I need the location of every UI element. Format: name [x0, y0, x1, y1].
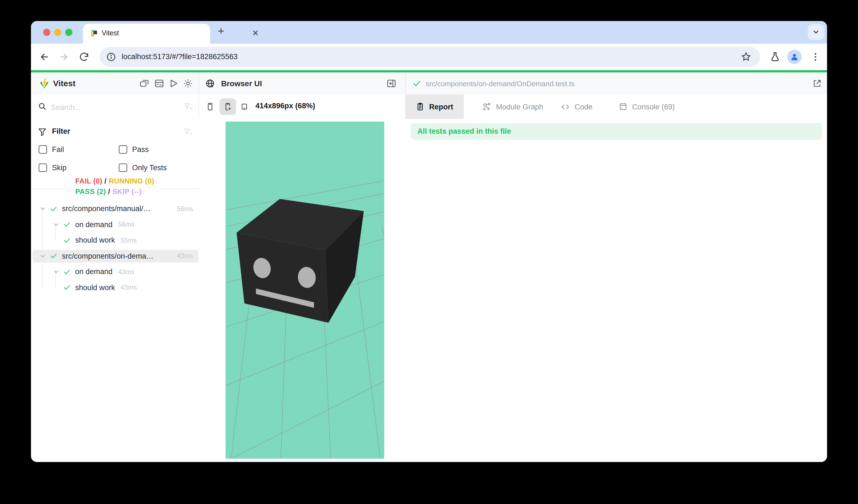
device-small-button[interactable]: [236, 98, 253, 115]
fail-count: FAIL (0): [75, 177, 102, 185]
chevron-down-icon[interactable]: [51, 220, 61, 229]
viewport-toolbar: 414x896px (68%): [198, 95, 406, 119]
progress-bar: [31, 70, 827, 72]
filter-option-only-tests[interactable]: Only Tests: [132, 164, 167, 172]
dock-panel-right-icon[interactable]: [386, 79, 396, 88]
open-file-path: src/components/on-demand/OnDemand.test.t…: [426, 80, 575, 88]
browser-window: Vitest ✕ + localhost:5173/#/?file=182862…: [31, 21, 827, 462]
tab-title: Vitest: [102, 29, 119, 37]
pass-check-icon: [62, 235, 72, 245]
console-icon: [619, 102, 628, 111]
run-all-icon[interactable]: [169, 79, 178, 88]
phone-plus-icon: [223, 102, 232, 111]
checkbox-pass[interactable]: [119, 145, 127, 153]
chevron-down-icon: [812, 28, 820, 36]
address-bar[interactable]: localhost:5173/#/?file=1828625563: [99, 47, 760, 67]
test-summary: FAIL (0) / RUNNING (0) PASS (2) / SKIP (…: [31, 176, 198, 197]
device-phone-plus-button[interactable]: [220, 98, 236, 115]
browser-menu-icon[interactable]: [810, 51, 821, 63]
test-file-row-selected[interactable]: src/components/on-dema… 43ms: [33, 249, 202, 262]
search-icon: [37, 102, 47, 111]
pass-check-icon: [62, 267, 72, 277]
code-icon: [561, 102, 570, 111]
tab-console[interactable]: Console (69): [605, 95, 688, 119]
profile-avatar[interactable]: [787, 50, 801, 64]
header-left-section: Vitest: [31, 72, 199, 95]
test-suite-row[interactable]: on demand 43ms: [31, 265, 218, 278]
open-external-icon[interactable]: [812, 79, 822, 88]
pass-check-icon: [62, 282, 72, 292]
reload-button[interactable]: [79, 51, 90, 63]
test-suite-row[interactable]: on demand 56ms: [31, 218, 218, 231]
pass-check-icon: [62, 220, 72, 229]
header-file-section: src/components/on-demand/OnDemand.test.t…: [405, 72, 827, 95]
module-graph-icon: [482, 102, 491, 111]
chevron-down-icon[interactable]: [37, 204, 48, 214]
cube-scene: [225, 121, 384, 459]
header-browser-section: Browser UI: [198, 72, 406, 95]
clear-filter-icon[interactable]: [184, 127, 193, 136]
chevron-down-icon[interactable]: [37, 251, 48, 261]
tab-module-graph-label: Module Graph: [496, 102, 543, 111]
vitest-logo-icon: [38, 77, 50, 90]
checkbox-only-tests[interactable]: [119, 164, 127, 172]
test-explorer-sidebar: Filter Fail Pass Skip Only Tests FAIL (0…: [31, 119, 199, 462]
traffic-light-minimize[interactable]: [54, 29, 61, 36]
tab-report[interactable]: Report: [405, 95, 464, 119]
bookmark-star-icon[interactable]: [741, 51, 751, 62]
search-bar: [31, 95, 199, 119]
traffic-light-close[interactable]: [43, 29, 50, 36]
checkbox-skip[interactable]: [39, 164, 47, 172]
browser-tab[interactable]: Vitest ✕: [83, 24, 210, 44]
checkbox-fail[interactable]: [39, 145, 47, 153]
running-count: RUNNING (0): [109, 177, 154, 185]
forward-button[interactable]: [59, 51, 70, 63]
experiments-flask-icon[interactable]: [769, 51, 781, 63]
pass-check-icon: [49, 251, 59, 261]
back-button[interactable]: [39, 51, 50, 63]
screen: Vitest ✕ + localhost:5173/#/?file=182862…: [0, 0, 858, 504]
collapse-windows-icon[interactable]: [139, 79, 149, 88]
secondary-toolbar: 414x896px (68%) Report Module Graph Code…: [31, 95, 827, 119]
tab-search-button[interactable]: [808, 24, 824, 40]
tab-code[interactable]: Code: [551, 95, 602, 119]
search-input[interactable]: [50, 100, 177, 114]
filter-title: Filter: [52, 127, 70, 135]
device-phone-button[interactable]: [202, 98, 218, 115]
browser-tab-strip: Vitest ✕ +: [31, 21, 827, 44]
vitest-header: Vitest Browser UI: [31, 72, 827, 95]
tab-close-icon[interactable]: ✕: [251, 28, 260, 38]
skip-count: SKIP (--): [112, 188, 142, 196]
globe-icon: [205, 79, 215, 88]
theme-toggle-sun-icon[interactable]: [183, 79, 193, 88]
tested-page-viewport[interactable]: [225, 121, 384, 459]
url-text: localhost:5173/#/?file=1828625563: [122, 52, 238, 61]
dashboard-icon[interactable]: [154, 79, 164, 88]
browser-preview-panel: [198, 119, 406, 462]
panel-tab-bar: Report Module Graph Code Console (69): [405, 95, 827, 119]
filter-option-skip[interactable]: Skip: [52, 164, 67, 172]
main-content: Filter Fail Pass Skip Only Tests FAIL (0…: [31, 119, 827, 462]
phone-icon: [206, 102, 214, 111]
filter-option-pass[interactable]: Pass: [132, 145, 149, 153]
person-icon: [790, 52, 799, 62]
site-info-icon[interactable]: [106, 52, 116, 62]
pass-count: PASS (2): [75, 188, 106, 196]
traffic-light-zoom[interactable]: [65, 29, 73, 36]
tab-console-label: Console (69): [632, 102, 675, 111]
new-tab-button[interactable]: +: [218, 25, 224, 37]
app-title: Vitest: [53, 79, 76, 88]
filter-option-fail[interactable]: Fail: [52, 145, 64, 153]
pass-check-icon: [412, 79, 421, 88]
chevron-down-icon[interactable]: [51, 267, 61, 277]
report-icon: [416, 102, 425, 111]
all-tests-passed-banner: All tests passed in this file: [411, 123, 822, 140]
tab-report-label: Report: [429, 102, 453, 111]
pass-check-icon: [49, 204, 59, 214]
tab-module-graph[interactable]: Module Graph: [467, 95, 558, 119]
browser-toolbar: localhost:5173/#/?file=1828625563: [31, 44, 827, 70]
vitest-favicon-icon: [90, 29, 99, 37]
viewport-size-label: 414x896px (68%): [255, 102, 315, 110]
clear-search-filter-icon[interactable]: [184, 102, 193, 111]
test-file-row[interactable]: src/components/manual/… 56ms: [31, 202, 205, 215]
